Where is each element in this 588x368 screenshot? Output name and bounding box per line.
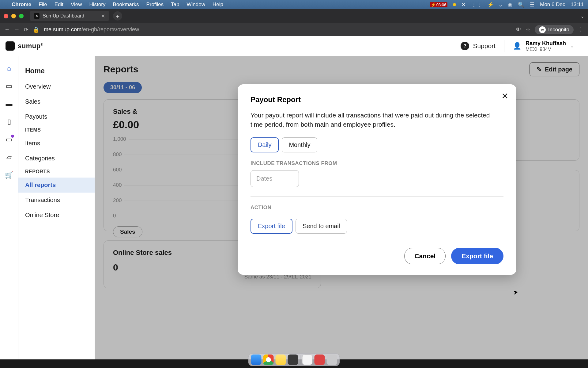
- rail-cart-icon[interactable]: 🛒: [5, 171, 13, 179]
- account-name: Ramy Khuffash: [526, 40, 566, 47]
- sidebar-sales[interactable]: Sales: [18, 94, 95, 109]
- frequency-segmented: Daily Monthly: [251, 137, 503, 152]
- menubar-app[interactable]: Chrome: [12, 2, 31, 8]
- menu-tab[interactable]: Tab: [171, 2, 179, 8]
- dock-doc-icon[interactable]: [302, 355, 313, 365]
- action-email-button[interactable]: Send to email: [296, 219, 347, 234]
- browser-tab-strip: s SumUp Dashboard ✕ ＋ ⌄: [0, 9, 588, 23]
- macos-menubar: Chrome File Edit View History Bookmarks …: [0, 0, 588, 9]
- frequency-monthly-button[interactable]: Monthly: [282, 137, 317, 152]
- user-switch-icon[interactable]: ◎: [508, 2, 512, 8]
- control-center-icon[interactable]: ☰: [530, 2, 534, 8]
- dock-flag-icon[interactable]: [315, 355, 325, 365]
- brand-logo-icon: [6, 41, 15, 51]
- favicon-icon: s: [34, 13, 40, 19]
- nav-forward-icon[interactable]: →: [14, 26, 20, 33]
- sidebar-categories[interactable]: Categories: [18, 151, 95, 166]
- sidebar-payouts[interactable]: Payouts: [18, 109, 95, 124]
- account-menu[interactable]: 👤 Ramy Khuffash MEXH934V ⌄: [504, 40, 582, 52]
- dock-trash-icon[interactable]: [327, 355, 337, 365]
- wifi-icon[interactable]: ⌵: [499, 2, 502, 8]
- tab-close-icon[interactable]: ✕: [101, 13, 105, 19]
- sidebar-home[interactable]: Home: [18, 63, 95, 79]
- menu-edit[interactable]: Edit: [55, 2, 63, 8]
- bookmark-star-icon[interactable]: ☆: [526, 26, 530, 33]
- tabs-overflow-icon[interactable]: ⌄: [580, 13, 584, 19]
- menu-history[interactable]: History: [89, 2, 105, 8]
- incognito-badge[interactable]: ∞ Incognito: [535, 25, 574, 34]
- app-header: sumup® ? Support 👤 Ramy Khuffash MEXH934…: [0, 36, 588, 56]
- sidebar: Home Overview Sales Payouts ITEMS Items …: [18, 56, 95, 359]
- menubar-date[interactable]: Mon 6 Dec: [540, 2, 565, 8]
- brand[interactable]: sumup®: [6, 41, 43, 51]
- lock-icon[interactable]: 🔒: [33, 26, 40, 33]
- sidebar-section-reports: REPORTS: [18, 166, 95, 178]
- rail-chat-icon[interactable]: ▱: [5, 154, 13, 161]
- sidebar-all-reports[interactable]: All reports: [18, 178, 95, 193]
- menu-window[interactable]: Window: [187, 2, 205, 8]
- rail-file-icon[interactable]: ▯: [5, 118, 13, 125]
- macos-dock: [248, 353, 340, 366]
- action-export-button[interactable]: Export file: [251, 219, 292, 234]
- rail-wallet-icon[interactable]: ▭: [5, 82, 13, 90]
- tracking-icon[interactable]: 👁: [516, 26, 521, 33]
- sidebar-section-items: ITEMS: [18, 124, 95, 136]
- export-file-button[interactable]: Export file: [451, 248, 503, 264]
- nav-back-icon[interactable]: ←: [4, 26, 10, 33]
- dock-chrome-icon[interactable]: [263, 355, 274, 365]
- sidebar-online-store[interactable]: Online Store: [18, 208, 95, 223]
- dock-app-icon[interactable]: [288, 355, 298, 365]
- menu-file[interactable]: File: [39, 2, 47, 8]
- spotlight-icon[interactable]: 🔍: [518, 2, 524, 8]
- screen-record-icon[interactable]: [453, 3, 456, 6]
- menu-profiles[interactable]: Profiles: [146, 2, 164, 8]
- incognito-label: Incognito: [548, 27, 569, 33]
- user-icon: 👤: [513, 42, 521, 50]
- payout-report-modal: ✕ Payout Report Your payout report will …: [238, 84, 516, 275]
- frequency-daily-button[interactable]: Daily: [251, 137, 279, 152]
- menubar-util-icon[interactable]: ✕: [462, 2, 466, 8]
- chevron-down-icon: ⌄: [570, 44, 574, 48]
- incognito-icon: ∞: [539, 26, 546, 33]
- sidebar-items[interactable]: Items: [18, 136, 95, 151]
- action-segmented: Export file Send to email: [251, 219, 503, 234]
- window-close-icon[interactable]: [4, 14, 8, 18]
- rail-home-icon[interactable]: ⌂: [5, 65, 13, 72]
- dates-input[interactable]: Dates: [251, 170, 299, 187]
- rail-card-icon[interactable]: ▭: [5, 136, 13, 143]
- modal-title: Payout Report: [251, 95, 503, 104]
- menubar-snippet-icon[interactable]: ⋮⋮: [471, 2, 482, 8]
- nav-reload-icon[interactable]: ⟳: [24, 26, 28, 33]
- menubar-time[interactable]: 13:11: [571, 2, 584, 8]
- menu-view[interactable]: View: [71, 2, 82, 8]
- close-icon[interactable]: ✕: [501, 91, 508, 101]
- tab-title: SumUp Dashboard: [43, 13, 84, 19]
- account-code: MEXH934V: [526, 47, 566, 52]
- menubar-power-icon[interactable]: ⚡: [487, 2, 494, 8]
- menu-bookmarks[interactable]: Bookmarks: [113, 2, 139, 8]
- sidebar-overview[interactable]: Overview: [18, 79, 95, 94]
- new-tab-button[interactable]: ＋: [113, 11, 122, 21]
- main-content: Reports ✎ Edit page 30/11 - 06 Sales & £…: [95, 56, 588, 359]
- rail-shop-icon[interactable]: ▬: [5, 100, 13, 108]
- menu-help[interactable]: Help: [213, 2, 223, 8]
- battery-low-icon[interactable]: ⚡03:06: [430, 2, 448, 7]
- browser-address-bar: ← → ⟳ 🔒 me.sumup.com/en-gb/reports/overv…: [0, 23, 588, 36]
- nav-rail: ⌂ ▭ ▬ ▯ ▭ ▱ 🛒: [0, 56, 18, 359]
- help-icon: ?: [461, 42, 469, 50]
- window-zoom-icon[interactable]: [19, 14, 24, 18]
- browser-tab[interactable]: s SumUp Dashboard ✕: [30, 11, 109, 21]
- window-minimize-icon[interactable]: [11, 14, 16, 18]
- url-text[interactable]: me.sumup.com/en-gb/reports/overview: [44, 26, 139, 33]
- cancel-button[interactable]: Cancel: [404, 248, 446, 264]
- dock-finder-icon[interactable]: [251, 355, 262, 365]
- dock-notes-icon[interactable]: [276, 355, 286, 365]
- modal-description: Your payout report will include all tran…: [251, 111, 503, 129]
- sidebar-transactions[interactable]: Transactions: [18, 193, 95, 208]
- include-label: INCLUDE TRANSACTIONS FROM: [251, 160, 503, 167]
- action-label: ACTION: [251, 205, 503, 211]
- support-button[interactable]: ? Support: [452, 40, 504, 52]
- browser-menu-icon[interactable]: ⋮: [578, 26, 584, 33]
